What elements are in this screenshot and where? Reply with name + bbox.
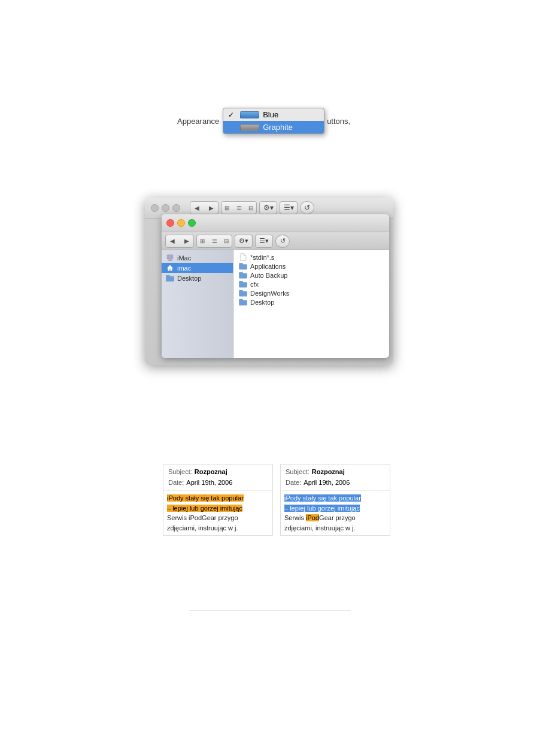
graphite-label: Graphite [263, 123, 293, 132]
folder-icon-designworks [238, 289, 248, 297]
dropdown-item-graphite[interactable]: Graphite [223, 121, 324, 133]
email-body-right: iPody stały się tak popular – lepiej lub… [281, 491, 390, 535]
outer-toolbar: ◀ ▶ ⊞ ☰ ⊟ ⚙▾ ☰▾ ↺ [190, 201, 314, 214]
inner-action-button[interactable]: ⚙▾ [235, 235, 253, 248]
inner-nav-buttons[interactable]: ◀ ▶ [165, 235, 194, 248]
inner-column-view-button[interactable]: ⊟ [220, 238, 232, 244]
date-label-right: Date: [286, 478, 301, 488]
inner-sync-button[interactable]: ↺ [275, 235, 290, 248]
email-date-row-right: Date: April 19th, 2006 [286, 478, 385, 488]
date-value-right: April 19th, 2006 [304, 478, 350, 488]
gear-icon: ⚙▾ [263, 204, 274, 212]
icon-view-button[interactable]: ⊞ [222, 205, 233, 211]
inner-forward-button[interactable]: ▶ [180, 238, 194, 244]
computer-icon [165, 254, 175, 262]
inner-max-button[interactable] [188, 219, 196, 227]
inner-list-view-button[interactable]: ☰ [209, 238, 220, 244]
outer-traffic-lights [151, 204, 180, 212]
sync-button[interactable]: ↺ [300, 201, 314, 214]
file-item-desktop2[interactable]: Desktop [238, 297, 384, 306]
finder-body: iMac imac Desktop [162, 250, 389, 358]
body-text-left-1: Serwis iPodGear przygo [167, 514, 238, 521]
graphite-swatch [240, 124, 259, 131]
file-name-desktop2: Desktop [250, 299, 274, 306]
file-name-autobackup: Auto Backup [250, 272, 287, 279]
email-subject-row-left: Subject: Rozpoznaj [168, 467, 268, 478]
inner-min-button[interactable] [177, 219, 185, 227]
email-panel-left: Subject: Rozpoznaj Date: April 19th, 200… [163, 464, 273, 536]
outer-close-button[interactable] [151, 204, 159, 212]
sidebar-item-imac[interactable]: iMac [162, 253, 233, 263]
inner-arrange-icon: ☰▾ [259, 237, 269, 245]
file-item-designworks[interactable]: DesignWorks [238, 289, 384, 297]
folder-icon-applications [238, 262, 248, 270]
folder-icon-desktop2 [238, 298, 248, 306]
file-name-cfx: cfx [250, 281, 259, 288]
appearance-label: Appearance [177, 117, 219, 126]
home-icon [165, 264, 175, 272]
file-name-stdin: *stdin*.s [250, 254, 274, 261]
email-subject-row-right: Subject: Rozpoznaj [286, 467, 385, 478]
sidebar-label-desktop: Desktop [177, 275, 201, 282]
email-date-row-left: Date: April 19th, 2006 [168, 478, 268, 488]
checkmark-icon: ✓ [228, 111, 238, 119]
appearance-dropdown-section: Appearance ✓ Blue Graphite uttons, [177, 108, 357, 134]
inner-toolbar: ◀ ▶ ⊞ ☰ ⊟ ⚙▾ ☰▾ ↺ [162, 232, 389, 250]
email-body-left: iPody stały się tak popular – lepiej lub… [163, 491, 272, 535]
column-view-button[interactable]: ⊟ [245, 205, 256, 211]
appearance-row: Appearance ✓ Blue Graphite uttons, [177, 108, 357, 134]
subject-label-right: Subject: [286, 467, 310, 478]
outer-min-button[interactable] [162, 204, 169, 212]
file-name-designworks: DesignWorks [250, 290, 289, 297]
sidebar-label-imac-home: imac [177, 265, 191, 272]
inner-titlebar [162, 214, 389, 232]
blue-swatch [240, 111, 259, 119]
file-name-applications: Applications [250, 263, 286, 270]
highlight-text-right-1: iPody stały się tak popular [284, 494, 361, 502]
appearance-dropdown-popup: ✓ Blue Graphite [223, 108, 324, 134]
trailing-text: uttons, [327, 117, 350, 126]
file-icon-stdin [238, 253, 248, 261]
bottom-divider [189, 611, 351, 611]
arrange-button[interactable]: ☰▾ [280, 201, 298, 214]
subject-label-left: Subject: [168, 467, 192, 478]
folder-icon-autobackup [238, 271, 248, 279]
file-item-stdin[interactable]: *stdin*.s [238, 253, 384, 262]
inner-view-toggle[interactable]: ⊞ ☰ ⊟ [196, 235, 232, 248]
dropdown-item-blue[interactable]: ✓ Blue [223, 108, 324, 121]
outer-max-button[interactable] [172, 204, 180, 212]
svg-marker-3 [167, 265, 173, 271]
inner-back-button[interactable]: ◀ [166, 238, 180, 244]
file-item-cfx[interactable]: cfx [238, 280, 384, 289]
finder-outer-window: ◀ ▶ ⊞ ☰ ⊟ ⚙▾ ☰▾ ↺ [145, 198, 393, 365]
inner-close-button[interactable] [166, 219, 174, 227]
sidebar-item-imac-home[interactable]: imac [162, 263, 233, 273]
sidebar-label-imac: iMac [177, 254, 191, 262]
inner-sync-icon: ↺ [280, 237, 286, 245]
email-header-right: Subject: Rozpoznaj Date: April 19th, 200… [281, 464, 390, 491]
finder-inner-window: ◀ ▶ ⊞ ☰ ⊟ ⚙▾ ☰▾ ↺ [162, 214, 389, 358]
inner-traffic-lights [166, 219, 196, 227]
action-button[interactable]: ⚙▾ [259, 201, 277, 214]
sync-icon: ↺ [304, 204, 310, 212]
back-button[interactable]: ◀ [190, 205, 204, 211]
inner-gear-icon: ⚙▾ [239, 237, 248, 245]
folder-icon [165, 274, 175, 282]
sidebar-item-desktop[interactable]: Desktop [162, 273, 233, 283]
view-toggle-buttons[interactable]: ⊞ ☰ ⊟ [221, 201, 257, 214]
highlight-text-left-2: – lepiej lub gorzej imitując [167, 505, 242, 512]
subject-value-right: Rozpoznaj [312, 467, 345, 478]
inner-icon-view-button[interactable]: ⊞ [197, 238, 208, 244]
nav-buttons[interactable]: ◀ ▶ [190, 201, 219, 214]
svg-rect-0 [167, 255, 173, 259]
email-comparison-section: Subject: Rozpoznaj Date: April 19th, 200… [163, 464, 390, 536]
list-view-button[interactable]: ☰ [233, 205, 245, 211]
arrange-icon: ☰▾ [284, 204, 294, 212]
file-item-applications[interactable]: Applications [238, 262, 384, 271]
highlight-text-right-2: – lepiej lub gorzej imitując [284, 505, 360, 512]
body-text-right-1: Serwis iPodGear przygo [284, 514, 356, 521]
date-value-left: April 19th, 2006 [186, 478, 232, 488]
inner-arrange-button[interactable]: ☰▾ [255, 235, 273, 248]
forward-button[interactable]: ▶ [205, 205, 219, 211]
file-item-autobackup[interactable]: Auto Backup [238, 271, 384, 280]
